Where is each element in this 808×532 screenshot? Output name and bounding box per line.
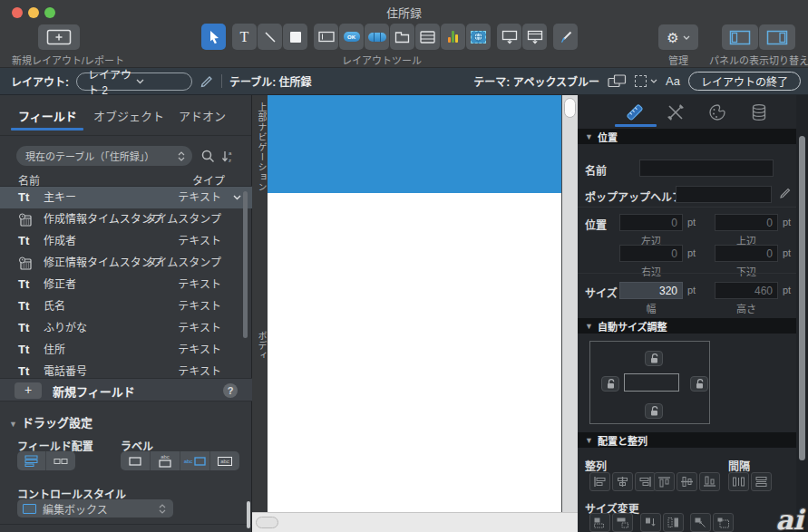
field-list-scrollbar[interactable] (243, 191, 248, 338)
position-right-input[interactable] (619, 245, 683, 262)
drag-settings-header[interactable]: ▼ドラッグ設定 (9, 413, 92, 430)
layout-canvas[interactable] (268, 95, 561, 512)
toggle-right-panel-button[interactable] (759, 24, 795, 50)
web-viewer-tool-button[interactable] (466, 24, 491, 50)
align-bottom-button[interactable] (699, 472, 720, 491)
inspector-scrollbar-thumb[interactable] (799, 136, 805, 460)
position-section-header[interactable]: ▼位置 (578, 129, 796, 144)
tab-position[interactable] (624, 101, 646, 124)
part-label-top-navigation[interactable]: 上部ナビゲーション (255, 102, 268, 192)
tooltip-edit-pencil-icon[interactable] (779, 187, 792, 199)
table-row[interactable]: Tt 修正者 テキスト (0, 274, 252, 295)
align-top-button[interactable] (654, 472, 675, 491)
table-row[interactable]: Tt 作成者 テキスト (0, 230, 252, 252)
tab-fields[interactable]: フィールド (18, 107, 77, 124)
button-bar-tool-button[interactable] (365, 24, 389, 50)
chevron-down-icon[interactable] (233, 195, 241, 200)
tab-addons[interactable]: アドオン (179, 107, 226, 124)
layout-selector-dropdown[interactable]: レイアウト 2 (76, 73, 192, 91)
resize-largest-height-button[interactable] (663, 513, 684, 532)
help-button[interactable]: ? (223, 383, 238, 398)
table-selector-dropdown[interactable]: 現在のテーブル（「住所録」） (16, 146, 192, 166)
label-inside-button[interactable]: abc (210, 451, 239, 470)
placement-stacked-button[interactable] (17, 451, 46, 470)
width-input[interactable] (619, 282, 683, 299)
canvas-scrollbar-thumb[interactable] (564, 98, 576, 118)
chart-tool-button[interactable] (441, 24, 465, 50)
popover-tool-button[interactable] (497, 24, 521, 50)
control-style-dropdown[interactable]: 編集ボックス (17, 499, 173, 517)
field-tool-button[interactable] (314, 24, 338, 50)
portal-tool-button[interactable] (415, 24, 440, 50)
top-navigation-part[interactable] (268, 95, 561, 193)
table-row[interactable]: Tt 住所 テキスト (0, 339, 252, 361)
anchor-right-lock-button[interactable] (690, 376, 708, 392)
grid-settings-dropdown[interactable] (635, 75, 657, 87)
table-row[interactable]: 修正情報タイムスタンプ タイムスタンプ (0, 252, 252, 274)
table-row[interactable]: Tt 電話番号 テキスト (0, 361, 252, 378)
table-row[interactable]: Tt 氏名 テキスト (0, 295, 252, 317)
search-icon[interactable] (200, 148, 216, 164)
panel-control-tool-button[interactable] (522, 24, 547, 50)
resize-smallest-height-button[interactable] (640, 513, 661, 532)
align-left-button[interactable] (589, 472, 610, 491)
edit-layout-pencil-icon[interactable] (200, 74, 214, 89)
select-tool-button[interactable] (201, 24, 226, 50)
left-panel-scrollbar[interactable] (247, 501, 250, 528)
placement-side-by-side-button[interactable] (46, 451, 74, 470)
autosize-section-header[interactable]: ▼自動サイズ調整 (578, 318, 796, 334)
tooltip-input[interactable] (676, 186, 772, 203)
table-row[interactable]: 作成情報タイムスタンプ タイムスタンプ (0, 208, 252, 230)
resize-smallest-both-button[interactable] (690, 513, 711, 532)
tab-formatting[interactable] (665, 101, 686, 124)
part-label-body[interactable]: ボディ (255, 331, 268, 361)
canvas-vertical-scrollbar[interactable] (561, 95, 578, 512)
field-type: テキスト (178, 361, 221, 378)
manage-menu-button[interactable]: ⚙ (658, 24, 698, 50)
text-formatting-icon[interactable]: Aa (666, 74, 680, 88)
sort-az-icon[interactable]: az (219, 148, 236, 164)
anchor-bottom-lock-button[interactable] (645, 403, 663, 419)
theme-swatches-icon[interactable] (608, 74, 627, 88)
object-name-input[interactable] (639, 160, 774, 177)
autosize-section-title: 自動サイズ調整 (598, 319, 667, 334)
position-bottom-input[interactable] (715, 245, 778, 262)
width-label: 幅 (619, 301, 683, 315)
resize-smallest-width-button[interactable] (589, 513, 610, 532)
anchor-left-lock-button[interactable] (601, 376, 619, 392)
button-tool-button[interactable]: OK (339, 24, 364, 50)
align-center-h-button[interactable] (612, 472, 633, 491)
exit-layout-button[interactable]: レイアウトの終了 (688, 72, 801, 91)
align-right-button[interactable] (635, 472, 656, 491)
unit-label: pt (783, 285, 791, 295)
table-row[interactable]: Tt ふりがな テキスト (0, 317, 252, 339)
horizontal-scroll-pill[interactable] (256, 517, 278, 528)
text-tool-button[interactable]: T (232, 24, 257, 50)
position-left-input[interactable] (619, 214, 683, 231)
gear-icon: ⚙ (667, 31, 678, 44)
toggle-left-panel-button[interactable] (722, 24, 758, 50)
tab-appearance[interactable] (706, 101, 728, 124)
distribute-h-button[interactable] (728, 472, 749, 491)
new-layout-report-button[interactable] (38, 24, 80, 50)
resize-largest-width-button[interactable] (612, 513, 633, 532)
line-tool-button[interactable] (258, 24, 282, 50)
add-field-button[interactable]: + (15, 382, 42, 399)
tab-objects[interactable]: オブジェクト (93, 107, 164, 124)
anchor-top-lock-button[interactable] (645, 351, 663, 366)
height-input[interactable] (715, 282, 778, 299)
format-painter-tool-button[interactable] (553, 24, 578, 50)
resize-largest-both-button[interactable] (713, 513, 734, 532)
tab-data[interactable] (748, 101, 770, 124)
shape-tool-button[interactable] (283, 24, 307, 50)
label-above-button[interactable]: abc (151, 451, 180, 470)
label-none-button[interactable] (121, 451, 151, 470)
table-row[interactable]: Tt 主キー テキスト (0, 187, 252, 208)
tab-control-tool-button[interactable] (390, 24, 414, 50)
distribute-v-button[interactable] (751, 472, 772, 491)
arrange-section-header[interactable]: ▼配置と整列 (578, 432, 796, 448)
label-left-button[interactable]: abc (180, 451, 210, 470)
align-middle-v-button[interactable] (677, 472, 697, 491)
divider (578, 273, 796, 274)
position-top-input[interactable] (715, 214, 778, 231)
